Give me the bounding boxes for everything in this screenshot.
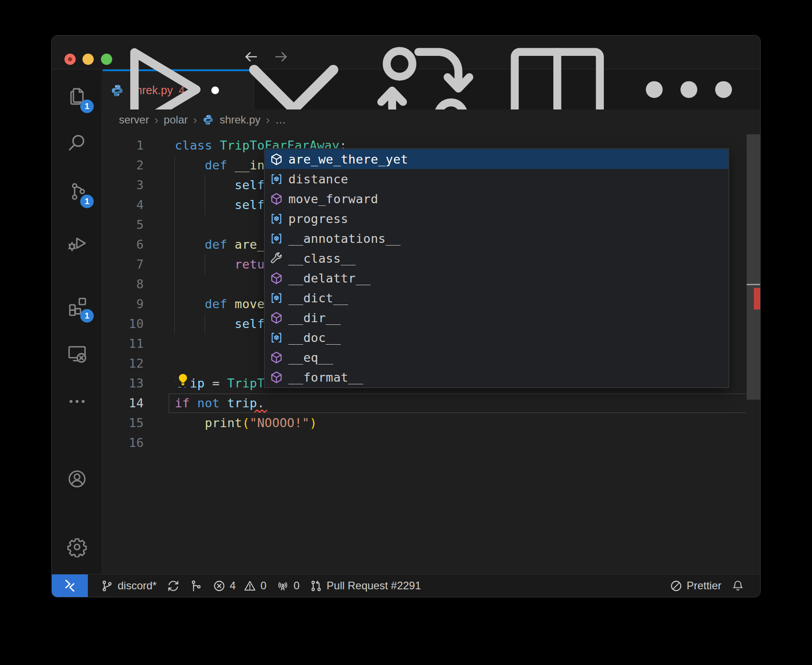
- broadcast-icon: [276, 579, 289, 592]
- symbol-field-icon: [269, 212, 283, 226]
- line-content: retur: [175, 255, 272, 274]
- editor-scrollbar[interactable]: [747, 134, 760, 400]
- breadcrumb-separator: ›: [266, 113, 270, 127]
- breadcrumb-item[interactable]: polar: [164, 114, 187, 126]
- overview-ruler-cursor-mark: [747, 284, 760, 285]
- status-label: 4: [230, 579, 236, 592]
- status-label: Pull Request #2291: [327, 579, 421, 592]
- activity-item-remote-explorer[interactable]: [52, 333, 102, 373]
- activity-item-run-debug[interactable]: [52, 221, 102, 262]
- sync-status[interactable]: [162, 574, 185, 597]
- overview-ruler-error-mark: [754, 288, 760, 310]
- symbol-field-icon: [269, 331, 283, 345]
- pull-request-icon: [310, 579, 323, 592]
- line-content: if not trip.: [175, 393, 265, 413]
- line-number: 3: [102, 175, 144, 195]
- breadcrumb-item[interactable]: server: [119, 114, 149, 126]
- vscode-window: polar (Workspace) 111 shrek.py 4, U serv…: [51, 35, 761, 597]
- suggest-item-__dict__[interactable]: __dict__: [265, 288, 728, 308]
- suggest-item-label: progress: [288, 212, 348, 226]
- symbol-method-icon: [269, 351, 283, 364]
- suggest-item-__class__[interactable]: __class__: [265, 248, 728, 268]
- symbol-method-icon: [269, 152, 283, 166]
- activity-bar: 111: [52, 69, 102, 575]
- suggest-item-label: __class__: [288, 251, 356, 265]
- symbol-field-icon: [269, 291, 283, 305]
- status-bar: discord*400Pull Request #2291 Prettier: [52, 574, 760, 597]
- search-icon: [67, 132, 87, 153]
- minimize-button[interactable]: [82, 54, 94, 65]
- suggest-item-label: __dir__: [288, 311, 341, 325]
- suggest-item-__annotations__[interactable]: __annotations__: [265, 228, 728, 248]
- remote-indicator[interactable]: [52, 574, 88, 597]
- code-line-14[interactable]: 14if not trip.: [102, 393, 760, 413]
- suggest-item-distance[interactable]: distance: [265, 169, 728, 189]
- lightbulb-icon[interactable]: [176, 373, 190, 387]
- suggest-item-progress[interactable]: progress: [265, 209, 728, 228]
- suggest-item-move_forward[interactable]: move_forward: [265, 189, 728, 209]
- badge: 1: [80, 100, 94, 113]
- suggest-item-label: __eq__: [288, 351, 333, 364]
- suggest-item-__doc__[interactable]: __doc__: [265, 328, 728, 347]
- python-icon: [202, 114, 214, 126]
- bell-icon: [731, 579, 744, 592]
- pull-request-status[interactable]: Pull Request #2291: [305, 574, 426, 597]
- tab-bar: shrek.py 4, U: [102, 69, 760, 109]
- remote-explorer-icon: [67, 343, 87, 364]
- line-number: 5: [102, 215, 144, 235]
- line-number: 16: [102, 433, 144, 453]
- line-number: 15: [102, 413, 144, 433]
- activity-item-settings[interactable]: [52, 527, 102, 567]
- remote-icon: [63, 579, 77, 592]
- desktop: polar (Workspace) 111 shrek.py 4, U serv…: [0, 0, 812, 665]
- line-content: self: [175, 314, 265, 334]
- activity-item-source-control[interactable]: 1: [52, 171, 102, 212]
- line-content: self: [175, 195, 265, 215]
- formatter-status[interactable]: Prettier: [665, 574, 726, 597]
- suggest-item-__dir__[interactable]: __dir__: [265, 308, 728, 328]
- close-button[interactable]: [64, 54, 76, 65]
- activity-item-more-views[interactable]: [52, 381, 102, 422]
- code-line-15[interactable]: 15 print("NOOOO!"): [102, 413, 760, 433]
- git-branch-icon: [100, 579, 114, 592]
- status-label: discord*: [118, 579, 157, 592]
- notifications-bell[interactable]: [726, 574, 749, 597]
- activity-item-account[interactable]: [52, 459, 102, 499]
- problems-status[interactable]: 40: [208, 574, 272, 597]
- ellipsis-icon: [67, 391, 87, 412]
- sync-icon: [167, 579, 180, 592]
- activity-item-search[interactable]: [52, 123, 102, 163]
- activity-item-extensions[interactable]: 1: [52, 286, 102, 326]
- error-icon: [213, 579, 226, 592]
- debug-icon: [67, 231, 87, 252]
- badge: 1: [80, 195, 94, 208]
- git-graph-status[interactable]: [185, 574, 208, 597]
- suggest-item-__eq__[interactable]: __eq__: [265, 347, 728, 367]
- suggest-item-label: distance: [288, 172, 348, 186]
- editor[interactable]: server›polar›shrek.py›… 1class TripToFar…: [102, 109, 760, 574]
- line-number: 7: [102, 255, 144, 274]
- suggest-item-are_we_there_yet[interactable]: are_we_there_yet: [265, 149, 728, 169]
- breadcrumb-item[interactable]: shrek.py: [219, 114, 260, 126]
- git-graph-icon: [190, 579, 203, 592]
- ports-status[interactable]: 0: [271, 574, 304, 597]
- line-content: def are_w: [175, 235, 272, 255]
- code-line-16[interactable]: 16: [102, 433, 760, 453]
- symbol-field-icon: [269, 232, 283, 246]
- line-number: 8: [102, 274, 144, 294]
- status-label: 0: [293, 579, 299, 592]
- activity-item-explorer[interactable]: 1: [52, 76, 102, 117]
- suggest-item-label: __doc__: [288, 331, 341, 345]
- suggest-item-__delattr__[interactable]: __delattr__: [265, 268, 728, 288]
- suggest-item-label: __annotations__: [288, 232, 401, 246]
- suggest-widget: are_we_there_yetdistancemove_forwardprog…: [264, 148, 729, 388]
- symbol-property-icon: [269, 251, 283, 265]
- breadcrumb-item[interactable]: …: [275, 114, 286, 126]
- suggest-item-__format__[interactable]: __format__: [265, 367, 728, 387]
- editor-actions: [102, 69, 748, 109]
- line-content: print("NOOOO!"): [175, 413, 317, 433]
- gear-icon: [67, 537, 87, 557]
- suggest-item-label: move_forward: [288, 192, 378, 206]
- line-number: 9: [102, 294, 144, 314]
- branch-status[interactable]: discord*: [96, 574, 162, 597]
